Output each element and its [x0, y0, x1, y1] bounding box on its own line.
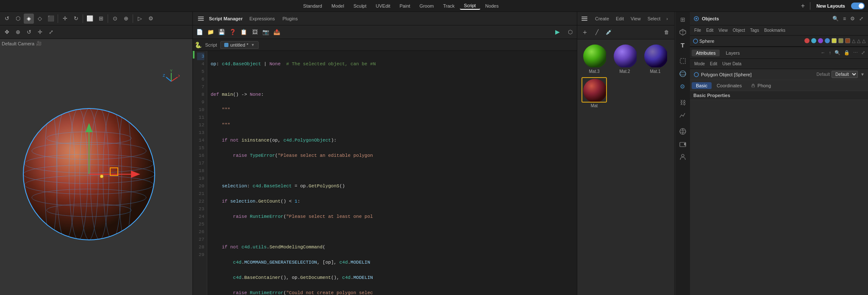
material-item-mat2[interactable]: Mat.2 [609, 41, 640, 75]
image-button[interactable]: 🖼 [250, 27, 260, 37]
materials-more-icon[interactable]: › [666, 16, 668, 21]
tab-attributes[interactable]: Attributes [692, 50, 720, 56]
undo-button[interactable]: ↺ [2, 14, 12, 24]
console-button[interactable]: ⬡ [565, 27, 575, 37]
attr-phong-tab[interactable]: Phong [747, 82, 775, 89]
tab-layers[interactable]: Layers [721, 50, 744, 56]
material-item-mat1[interactable]: Mat.1 [640, 41, 670, 75]
snapshot-button[interactable]: 📷 [261, 27, 271, 37]
render-button[interactable]: ▷ [135, 14, 145, 24]
menu-nodes[interactable]: Nodes [481, 3, 503, 9]
scale-tool[interactable]: ⊞ [96, 14, 106, 24]
view-menu[interactable]: View [628, 15, 643, 22]
object-manager-icon[interactable]: ⊞ [677, 14, 689, 25]
object-mode-button[interactable]: ⬡ [13, 14, 23, 24]
text-tool-icon[interactable]: T [677, 39, 689, 51]
menu-groom[interactable]: Groom [415, 3, 438, 9]
attr-userdata-menu[interactable]: User Data [721, 61, 743, 67]
edit-menu[interactable]: Edit [613, 15, 626, 22]
attr-expand-btn[interactable]: ⤢ [860, 49, 866, 56]
obj-menu-tags[interactable]: Tags [748, 28, 761, 33]
zoom-viewport[interactable]: ⊕ [13, 27, 23, 37]
eyedropper-button[interactable]: 💉 [604, 27, 614, 37]
code-editor[interactable]: 3 4 5 6 7 8 9 10 11 12 13 14 15 16 17 18… [193, 51, 577, 295]
graph-icon[interactable] [677, 109, 689, 121]
material-item-mat[interactable]: Mat [579, 75, 609, 110]
objects-sort-icon[interactable]: ≡ [842, 15, 847, 22]
world-icon[interactable] [677, 125, 689, 137]
attr-mode-menu[interactable]: Mode [693, 61, 707, 67]
attr-search-btn[interactable]: 🔍 [833, 49, 842, 56]
orbit-viewport[interactable]: ↺ [24, 27, 34, 37]
attr-default-select[interactable]: Default [832, 71, 858, 78]
characters-icon[interactable] [677, 151, 689, 163]
objects-expand-icon[interactable]: ⤢ [858, 15, 865, 22]
settings-gear-icon[interactable]: ⚙ [677, 81, 689, 92]
hamburger-menu[interactable] [196, 15, 206, 22]
menu-uvedit[interactable]: UVEdit [372, 3, 395, 9]
sphere-generator-icon[interactable] [677, 68, 689, 80]
copy-button[interactable]: 📋 [239, 27, 249, 37]
point-mode-button[interactable]: ⬛ [46, 14, 56, 24]
obj-menu-edit[interactable]: Edit [704, 28, 715, 33]
objects-gear-icon[interactable]: ⚙ [849, 15, 856, 22]
menu-sculpt[interactable]: Sculpt [349, 3, 371, 9]
obj-menu-object[interactable]: Object [731, 28, 747, 33]
menu-track[interactable]: Track [439, 3, 459, 9]
render-settings-button[interactable]: ⚙ [146, 14, 156, 24]
pan-viewport[interactable]: ✛ [35, 27, 45, 37]
snap-button[interactable]: ⊙ [110, 14, 120, 24]
menu-paint[interactable]: Paint [395, 3, 415, 9]
script-tab-untitled[interactable]: untitled * ▼ [220, 41, 259, 49]
link-icon[interactable]: ⛓ [677, 97, 689, 109]
menu-standard[interactable]: Standard [299, 3, 326, 9]
tab-dropdown-icon[interactable]: ▼ [251, 43, 255, 47]
select-menu[interactable]: Select [645, 15, 663, 22]
attr-more-btn[interactable]: ⋯ [852, 49, 859, 56]
rotate-tool[interactable]: ↻ [71, 14, 81, 24]
attr-basic-tab[interactable]: Basic [692, 82, 712, 89]
save-script-button[interactable]: 💾 [217, 27, 227, 37]
diagonal-btn[interactable]: ╱ [592, 27, 602, 37]
objects-search-icon[interactable]: 🔍 [831, 15, 840, 22]
move-tool[interactable]: ✛ [60, 14, 70, 24]
menu-model[interactable]: Model [327, 3, 348, 9]
expressions-menu[interactable]: Expressions [246, 15, 278, 22]
export-button[interactable]: 📤 [272, 27, 282, 37]
axis-button[interactable]: ⊕ [121, 14, 131, 24]
add-material-button[interactable]: ＋ [580, 27, 590, 37]
attr-dropdown-icon[interactable]: ▼ [860, 72, 865, 77]
run-script-button[interactable]: ▶ [551, 27, 564, 37]
edge-mode-button[interactable]: ◇ [35, 14, 45, 24]
open-script-button[interactable]: 📁 [206, 27, 216, 37]
materials-hamburger[interactable] [580, 15, 589, 22]
plugins-menu[interactable]: Plugins [279, 15, 301, 22]
move-viewport[interactable]: ✥ [2, 27, 12, 37]
code-content[interactable]: op: c4d.BaseObject | None # The selected… [207, 51, 577, 295]
new-layouts-button[interactable]: New Layouts [813, 3, 849, 9]
selection-icon[interactable] [677, 55, 689, 67]
new-script-button[interactable]: 📄 [195, 27, 205, 37]
attr-lock-btn[interactable]: 🔒 [843, 49, 851, 56]
fit-viewport[interactable]: ⤢ [46, 27, 56, 37]
camera-tool-icon[interactable] [677, 138, 689, 150]
attr-forward-btn[interactable]: ↑ [828, 49, 833, 56]
material-item-mat3[interactable]: Mat.3 [579, 41, 609, 75]
menu-script[interactable]: Script [460, 2, 480, 10]
create-menu[interactable]: Create [593, 15, 612, 22]
axis-indicator: Y X Z [163, 69, 180, 90]
cube-icon[interactable] [677, 26, 689, 38]
obj-menu-view[interactable]: View [717, 28, 729, 33]
attr-edit-menu[interactable]: Edit [708, 61, 719, 67]
viewport[interactable]: Default Camera 🎥 Y X Z [0, 39, 192, 295]
add-layout-button[interactable]: + [798, 2, 807, 10]
poly-mode-button[interactable]: ◈ [24, 14, 34, 24]
delete-material-button[interactable]: 🗑 [662, 27, 672, 37]
layout-toggle[interactable] [851, 3, 865, 9]
attr-back-btn[interactable]: ← [820, 49, 827, 56]
obj-menu-file[interactable]: File [693, 28, 703, 33]
help-button[interactable]: ❓ [228, 27, 238, 37]
transform-tool[interactable]: ⬜ [85, 14, 95, 24]
obj-menu-bookmarks[interactable]: Bookmarks [762, 28, 787, 33]
attr-coordinates-tab[interactable]: Coordinates [712, 82, 746, 89]
